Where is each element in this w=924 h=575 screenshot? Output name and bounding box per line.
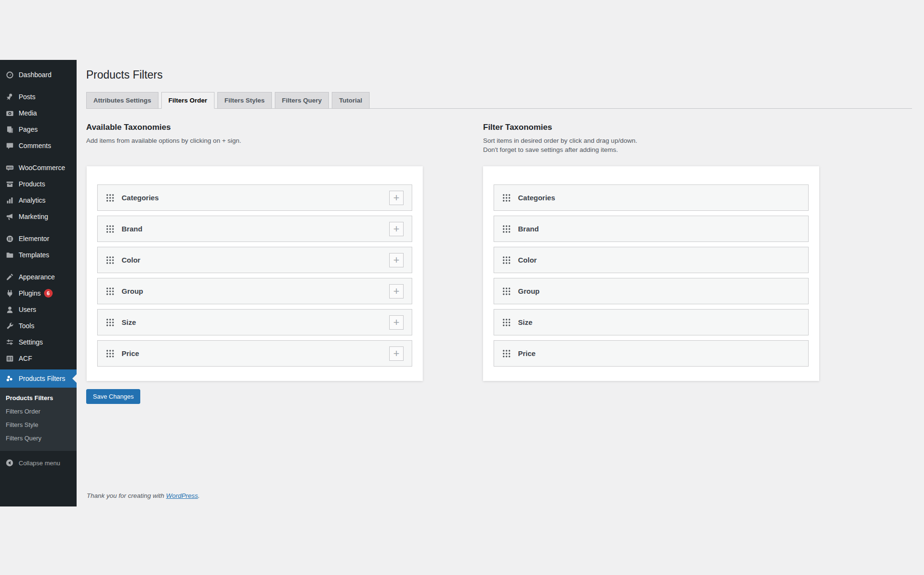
sliders-icon <box>5 337 14 347</box>
sidebar-item-tools[interactable]: Tools <box>0 318 77 334</box>
sidebar-item-label: ACF <box>19 355 32 362</box>
tab-filters-styles[interactable]: Filters Styles <box>217 92 272 109</box>
filter-taxonomies-header: Filter Taxonomies Sort items in desired … <box>483 123 821 155</box>
active-menu-arrow-icon <box>72 374 77 383</box>
add-brand-button[interactable]: + <box>389 222 404 236</box>
tab-attributes-settings[interactable]: Attributes Settings <box>86 92 158 109</box>
sidebar-item-label: WooCommerce <box>19 164 65 172</box>
wordpress-link[interactable]: WordPress <box>166 492 198 499</box>
sidebar-item-woocommerce[interactable]: WOOWooCommerce <box>0 160 77 176</box>
filter-row-color[interactable]: Color <box>494 247 809 273</box>
submenu-item-filters-style[interactable]: Filters Style <box>0 418 77 432</box>
drag-handle-icon[interactable] <box>106 287 114 296</box>
dashboard-gauge-icon <box>5 70 14 80</box>
taxonomy-label: Group <box>122 287 143 295</box>
pages-icon <box>5 125 14 134</box>
drag-handle-icon[interactable] <box>502 287 511 296</box>
product-box-icon <box>5 179 14 189</box>
taxonomy-label: Size <box>122 318 136 326</box>
sidebar-item-label: Plugins <box>19 289 41 297</box>
filter-row-group[interactable]: Group <box>494 278 809 304</box>
sidebar-item-label: Users <box>19 306 36 313</box>
drag-handle-icon[interactable] <box>502 194 511 202</box>
collapse-menu-button[interactable]: Collapse menu <box>0 455 77 471</box>
megaphone-icon <box>5 212 14 221</box>
sidebar-item-appearance[interactable]: Appearance <box>0 269 77 285</box>
drag-handle-icon[interactable] <box>502 318 511 327</box>
submenu-item-products-filters[interactable]: Products Filters <box>0 391 77 405</box>
drag-handle-icon[interactable] <box>502 225 511 233</box>
collapse-menu-label: Collapse menu <box>19 460 60 467</box>
tab-tutorial[interactable]: Tutorial <box>332 92 370 109</box>
sidebar-item-label: Marketing <box>19 213 48 220</box>
submenu-item-filters-order[interactable]: Filters Order <box>0 405 77 418</box>
sidebar-item-media[interactable]: Media <box>0 105 77 121</box>
taxonomy-label: Brand <box>122 225 142 233</box>
sidebar-item-analytics[interactable]: Analytics <box>0 192 77 208</box>
camera-icon <box>5 108 14 118</box>
sidebar-item-plugins[interactable]: Plugins6 <box>0 285 77 301</box>
comment-bubble-icon <box>5 141 14 150</box>
add-price-button[interactable]: + <box>389 346 404 361</box>
tab-filters-query[interactable]: Filters Query <box>275 92 329 109</box>
available-taxonomies-header: Available Taxonomies Add items from avai… <box>86 123 424 146</box>
footer-credit: Thank you for creating with WordPress. <box>87 492 200 499</box>
plug-icon <box>5 288 14 298</box>
sidebar-item-label: Appearance <box>19 273 55 281</box>
sidebar-item-users[interactable]: Users <box>0 301 77 318</box>
subtitle-line-1: Sort items in desired order by click and… <box>483 137 637 144</box>
sidebar-item-label: Media <box>19 109 37 117</box>
available-row-categories: Categories+ <box>97 184 412 211</box>
filter-taxonomies-panel: CategoriesBrandColorGroupSizePrice <box>483 166 819 381</box>
drag-handle-icon[interactable] <box>502 349 511 358</box>
sidebar-item-dashboard[interactable]: Dashboard <box>0 67 77 83</box>
products-filters-admin-page: DashboardPostsMediaPagesCommentsWOOWooCo… <box>0 0 924 575</box>
submenu-item-filters-query[interactable]: Filters Query <box>0 432 77 445</box>
paintbrush-icon <box>5 272 14 282</box>
add-categories-button[interactable]: + <box>389 191 404 205</box>
sidebar-item-templates[interactable]: Templates <box>0 247 77 263</box>
add-color-button[interactable]: + <box>389 253 404 267</box>
filter-bubbles-icon <box>5 374 14 383</box>
tab-filters-order[interactable]: Filters Order <box>161 92 214 109</box>
folder-icon <box>5 250 14 260</box>
sidebar-item-pages[interactable]: Pages <box>0 121 77 138</box>
sidebar-item-elementor[interactable]: Elementor <box>0 230 77 247</box>
drag-handle-icon[interactable] <box>106 318 114 327</box>
add-size-button[interactable]: + <box>389 315 404 330</box>
available-row-price: Price+ <box>97 340 412 367</box>
add-group-button[interactable]: + <box>389 284 404 299</box>
page-title: Products Filters <box>86 69 163 81</box>
drag-handle-icon[interactable] <box>106 194 114 202</box>
available-taxonomies-subtitle: Add items from available options by clic… <box>86 137 424 146</box>
sidebar-item-settings[interactable]: Settings <box>0 334 77 350</box>
sidebar-item-marketing[interactable]: Marketing <box>0 208 77 225</box>
sidebar-item-label: Analytics <box>19 196 45 204</box>
subtitle-line-2: Don't forget to save settings after addi… <box>483 146 618 153</box>
filter-row-size[interactable]: Size <box>494 309 809 335</box>
filter-row-categories[interactable]: Categories <box>494 184 809 211</box>
sidebar-item-label: Posts <box>19 93 35 101</box>
drag-handle-icon[interactable] <box>106 225 114 233</box>
filter-row-price[interactable]: Price <box>494 340 809 367</box>
drag-handle-icon[interactable] <box>106 256 114 264</box>
admin-sidebar: DashboardPostsMediaPagesCommentsWOOWooCo… <box>0 60 77 506</box>
drag-handle-icon[interactable] <box>502 256 511 264</box>
sidebar-item-acf[interactable]: ACF <box>0 350 77 367</box>
available-row-group: Group+ <box>97 278 412 304</box>
user-icon <box>5 305 14 314</box>
sidebar-item-label: Comments <box>19 142 51 150</box>
elementor-icon <box>5 234 14 243</box>
sidebar-item-products-filters[interactable]: Products Filters <box>0 369 77 388</box>
taxonomy-label: Brand <box>518 225 539 233</box>
available-taxonomies-title: Available Taxonomies <box>86 123 424 132</box>
sidebar-item-label: Dashboard <box>19 71 52 79</box>
save-changes-button[interactable]: Save Changes <box>86 389 140 404</box>
sidebar-item-comments[interactable]: Comments <box>0 138 77 154</box>
sidebar-item-products[interactable]: Products <box>0 176 77 192</box>
drag-handle-icon[interactable] <box>106 349 114 358</box>
filter-row-brand[interactable]: Brand <box>494 216 809 242</box>
sidebar-item-posts[interactable]: Posts <box>0 89 77 105</box>
sidebar-item-label: Pages <box>19 126 38 133</box>
svg-text:WOO: WOO <box>7 166 12 169</box>
